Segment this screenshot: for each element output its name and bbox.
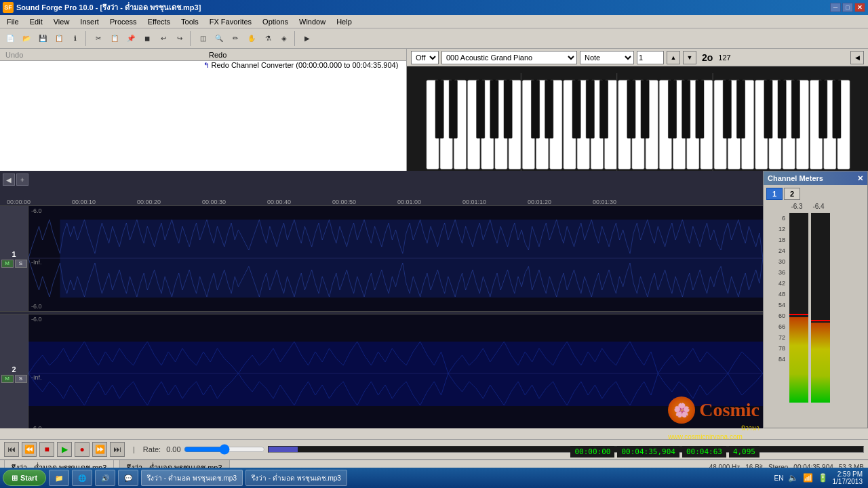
transport-prev-btn[interactable]: ⏪ [22, 442, 37, 457]
meter-content: 1 2 -6.3 -6.4 6 12 18 24 30 36 42 48 54 … [764, 185, 867, 405]
transport-play-btn[interactable]: ▶ [57, 442, 72, 457]
taskbar-window-1[interactable]: รึงว่า - ด่ำมอด พรชุนเดช.mp3 [141, 470, 243, 486]
wave-nav: ◀ + [0, 171, 763, 188]
rate-value: 0.00 [166, 445, 180, 453]
menu-tools[interactable]: Tools [176, 17, 204, 26]
track1-solo-btn[interactable]: S [15, 260, 27, 268]
midi-value-label: 2o [699, 52, 715, 63]
tool5-btn[interactable]: ◈ [277, 31, 292, 46]
time-mark-10: 00:00:10 [72, 199, 96, 205]
svg-rect-41 [627, 80, 635, 138]
menu-effects[interactable]: Effects [142, 17, 176, 26]
svg-rect-45 [696, 80, 704, 138]
midi-channel-select[interactable]: Off [411, 51, 439, 64]
track2-waveform[interactable]: -6.0 -Inf. -6.0 [28, 314, 763, 428]
menu-help[interactable]: Help [331, 17, 357, 26]
wave-nav-track[interactable]: + [16, 174, 28, 186]
svg-rect-34 [490, 80, 498, 138]
open-btn[interactable]: 📂 [19, 31, 34, 46]
transport-stop-btn[interactable]: ■ [39, 442, 54, 457]
svg-rect-46 [723, 80, 731, 138]
transport-to-start-btn[interactable]: ⏮ [4, 442, 19, 457]
meter-bars: 6 12 18 24 30 36 42 48 54 60 66 72 78 84 [766, 213, 865, 403]
tray-network-icon[interactable]: 📶 [803, 472, 814, 483]
taskbar-audio-btn[interactable]: 🔊 [95, 470, 115, 486]
menu-view[interactable]: View [48, 17, 75, 26]
meter-ch1-peak: -6.3 [787, 203, 807, 210]
midi-controls: Off 000 Acoustic Grand Piano Note ▲ ▼ 2o… [407, 49, 868, 66]
track1-mute-btn[interactable]: M [1, 260, 14, 268]
paste-btn[interactable]: 📌 [123, 31, 138, 46]
progress-bar[interactable] [268, 446, 864, 453]
midi-down-btn[interactable]: ▼ [683, 51, 696, 64]
pencil-btn[interactable]: ✏ [228, 31, 243, 46]
maximize-button[interactable]: □ [842, 3, 853, 12]
time-display-t3: 00:04:63 [682, 446, 726, 458]
track1-mid-label: -Inf. [31, 259, 42, 266]
redo-item[interactable]: ↰ Redo Channel Converter (00:00:00.000 t… [203, 61, 407, 70]
transport-next-btn[interactable]: ⏩ [92, 442, 107, 457]
wave-nav-collapse[interactable]: ◀ [3, 174, 15, 186]
windows-icon: ⊞ [12, 474, 18, 483]
track1-waveform[interactable]: -6.0 -Inf. -6.0 [28, 206, 763, 311]
meter-bar-2-level [811, 323, 830, 403]
envelope-btn[interactable]: ⚗ [260, 31, 275, 46]
copy-btn[interactable]: 📋 [107, 31, 122, 46]
menu-process[interactable]: Process [104, 17, 142, 26]
scale-60: 60 [766, 310, 787, 321]
tray-volume-icon[interactable]: 🔈 [788, 472, 799, 483]
time-mark-60: 00:01:00 [397, 199, 421, 205]
meter-ch1-btn[interactable]: 1 [766, 188, 783, 200]
midi-collapse-btn[interactable]: ◀ [850, 51, 864, 64]
menu-edit[interactable]: Edit [24, 17, 48, 26]
taskbar-browser-btn[interactable]: 🌐 [72, 470, 92, 486]
transport-to-end-btn[interactable]: ⏭ [110, 442, 125, 457]
midi-mode-select[interactable]: Note [580, 51, 634, 64]
new-btn[interactable]: 📄 [3, 31, 18, 46]
start-button[interactable]: ⊞ Start [3, 470, 46, 486]
play-stop-btn[interactable]: ▶ [300, 31, 315, 46]
close-button[interactable]: ✕ [854, 3, 865, 12]
time-mark-80: 00:01:20 [528, 199, 551, 205]
menu-file[interactable]: File [1, 17, 24, 26]
select-btn[interactable]: ◫ [195, 31, 210, 46]
midi-up-btn[interactable]: ▲ [667, 51, 680, 64]
audio-icon: 🔊 [101, 474, 109, 482]
svg-rect-40 [599, 80, 608, 138]
midi-channel-num[interactable] [637, 51, 664, 64]
menu-insert[interactable]: Insert [75, 17, 104, 26]
menu-bar: File Edit View Insert Process Effects To… [0, 15, 868, 28]
track2-solo-btn[interactable]: S [15, 375, 27, 383]
zoom-btn[interactable]: 🔍 [212, 31, 226, 46]
minimize-button[interactable]: ─ [830, 3, 841, 12]
trim-btn[interactable]: ◼ [140, 31, 155, 46]
track1: 1 M S -6.0 -Inf. -6.0 [0, 206, 763, 311]
redo-btn[interactable]: ↪ [172, 31, 187, 46]
svg-rect-32 [449, 80, 457, 138]
cosmic-watermark: 🌸 Cosmic นิวานา www.cosmicnirvana.com [668, 396, 760, 441]
meter-ch2-btn[interactable]: 2 [784, 188, 800, 200]
transport-record-btn[interactable]: ● [75, 442, 90, 457]
save-as-btn[interactable]: 📋 [52, 31, 66, 46]
save-btn[interactable]: 💾 [35, 31, 50, 46]
track2-mute-btn[interactable]: M [1, 375, 14, 383]
properties-btn[interactable]: ℹ [68, 31, 83, 46]
taskbar-window-2[interactable]: รึงว่า - ด่ำมอด พรชุนเดช.mp3 [245, 470, 347, 486]
svg-rect-65 [28, 342, 763, 406]
undo-btn[interactable]: ↩ [156, 31, 171, 46]
menu-fx-favorites[interactable]: FX Favorites [204, 17, 257, 26]
track2: 2 M S -6.0 -Inf. -6.0 [0, 314, 763, 428]
hand-btn[interactable]: ✋ [244, 31, 259, 46]
rate-slider[interactable] [184, 444, 265, 455]
taskbar-skype-btn[interactable]: 💬 [118, 470, 138, 486]
menu-window[interactable]: Window [294, 17, 331, 26]
svg-rect-38 [572, 80, 580, 138]
meter-close-icon[interactable]: ✕ [857, 174, 863, 183]
track1-top-label: -6.0 [31, 207, 42, 214]
cut-btn[interactable]: ✂ [91, 31, 106, 46]
midi-instrument-select[interactable]: 000 Acoustic Grand Piano [441, 51, 577, 64]
track1-number: 1 [12, 250, 16, 258]
svg-rect-42 [641, 80, 649, 138]
menu-options[interactable]: Options [257, 17, 294, 26]
taskbar-explorer-btn[interactable]: 📁 [49, 470, 69, 486]
